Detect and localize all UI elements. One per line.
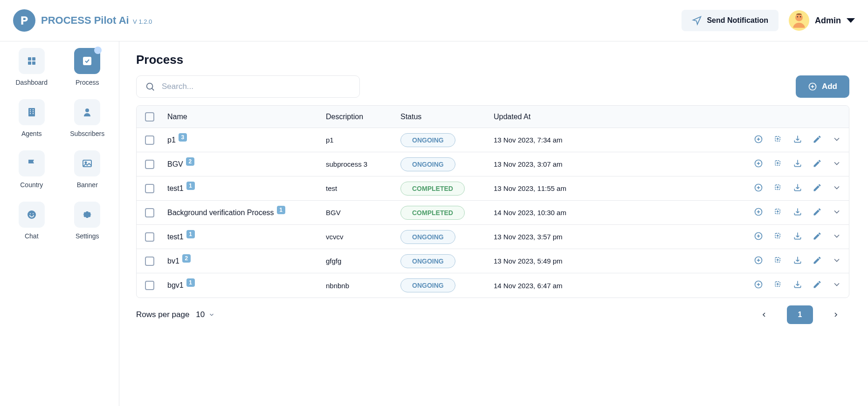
row-edit-button[interactable] [813,256,822,267]
page-number[interactable]: 1 [787,305,813,324]
add-button[interactable]: Add [796,75,849,98]
row-duplicate-button[interactable] [773,280,783,291]
row-add-button[interactable] [754,183,763,194]
chevron-right-icon [832,311,840,318]
avatar [789,10,809,31]
chevron-down-icon [208,311,215,318]
row-description: p1 [326,136,400,144]
rows-per-page-select[interactable]: 10 [196,310,215,319]
row-checkbox[interactable] [145,208,154,217]
sidebar-item-agents[interactable]: Agents [4,99,60,137]
grid-icon [19,48,45,74]
row-expand-button[interactable] [832,280,841,291]
sidebar-item-settings[interactable]: Settings [60,202,116,240]
row-expand-button[interactable] [832,159,841,170]
row-duplicate-button[interactable] [773,135,783,146]
table-row: bgv11nbnbnbONGOING14 Nov 2023, 6:47 am [137,273,849,298]
row-name: p13 [167,136,326,144]
sidebar-item-label: Agents [21,130,42,137]
rows-per-page-value: 10 [196,310,205,319]
row-edit-button[interactable] [813,280,822,291]
row-add-button[interactable] [754,135,763,146]
row-edit-button[interactable] [813,207,822,218]
row-add-button[interactable] [754,256,763,267]
row-download-button[interactable] [793,207,802,218]
status-badge: ONGOING [400,230,455,244]
sidebar-item-label: Chat [25,232,39,240]
check-square-icon [74,48,100,74]
row-expand-button[interactable] [832,256,841,267]
svg-point-18 [28,210,36,219]
plus-circle-icon [808,82,817,91]
page-title: Process [136,53,849,67]
row-updated-at: 14 Nov 2023, 6:47 am [494,282,739,290]
count-badge: 1 [186,230,195,238]
user-menu[interactable]: Admin [789,10,855,31]
row-duplicate-button[interactable] [773,207,783,218]
svg-point-1 [797,16,799,18]
search-icon [145,81,155,92]
col-status: Status [400,113,494,121]
row-edit-button[interactable] [813,159,822,170]
row-edit-button[interactable] [813,135,822,146]
sidebar-item-dashboard[interactable]: Dashboard [4,48,60,86]
row-checkbox[interactable] [145,257,154,266]
row-name: BGV2 [167,160,326,169]
row-expand-button[interactable] [832,135,841,146]
row-expand-button[interactable] [832,207,841,218]
col-name: Name [167,113,326,121]
row-edit-button[interactable] [813,231,822,243]
row-edit-button[interactable] [813,183,822,194]
send-notification-button[interactable]: Send Notification [682,10,778,31]
sidebar-item-country[interactable]: Country [4,150,60,189]
flag-icon [19,150,45,176]
table-row: Background verification Process1BGVCOMPL… [137,201,849,225]
sidebar-item-chat[interactable]: Chat [4,202,60,240]
row-add-button[interactable] [754,159,763,170]
row-duplicate-button[interactable] [773,183,783,194]
svg-point-20 [33,213,34,214]
search-box[interactable] [136,75,360,98]
next-page-button[interactable] [827,306,845,324]
row-name: bgv11 [167,281,326,290]
row-download-button[interactable] [793,280,802,291]
row-name: test11 [167,233,326,241]
col-description: Description [326,113,400,121]
row-duplicate-button[interactable] [773,256,783,267]
row-description: nbnbnb [326,282,400,290]
search-input[interactable] [162,82,351,91]
row-add-button[interactable] [754,280,763,291]
sidebar-item-banner[interactable]: Banner [60,150,116,189]
row-checkbox[interactable] [145,135,154,145]
row-duplicate-button[interactable] [773,159,783,170]
select-all-checkbox[interactable] [145,112,154,122]
table-header: Name Description Status Updated At [137,106,849,128]
row-download-button[interactable] [793,159,802,170]
gear-icon [74,202,100,228]
row-checkbox[interactable] [145,281,154,290]
svg-rect-5 [28,61,31,65]
sidebar-item-process[interactable]: Process [60,48,116,86]
row-add-button[interactable] [754,231,763,243]
status-badge: ONGOING [400,254,455,268]
row-download-button[interactable] [793,256,802,267]
row-checkbox[interactable] [145,160,154,169]
table-row: bv12gfgfgONGOING13 Nov 2023, 5:49 pm [137,249,849,273]
row-download-button[interactable] [793,135,802,146]
row-expand-button[interactable] [832,183,841,194]
chat-icon [19,202,45,228]
svg-rect-7 [83,57,91,65]
row-duplicate-button[interactable] [773,231,783,243]
row-checkbox[interactable] [145,232,154,242]
row-download-button[interactable] [793,231,802,243]
prev-page-button[interactable] [755,306,773,324]
row-description: gfgfg [326,257,400,265]
row-download-button[interactable] [793,183,802,194]
row-expand-button[interactable] [832,231,841,243]
row-add-button[interactable] [754,207,763,218]
rows-per-page-label: Rows per page [136,310,189,319]
row-checkbox[interactable] [145,184,154,193]
status-badge: COMPLETED [400,182,465,196]
row-description: BGV [326,209,400,217]
sidebar-item-subscribers[interactable]: Subscribers [60,99,116,137]
